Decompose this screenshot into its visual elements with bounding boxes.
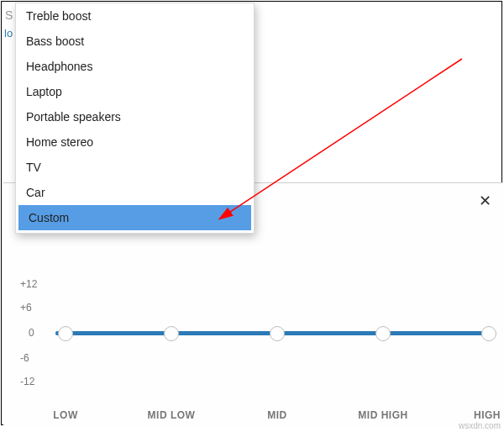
eq-slider-midhigh[interactable] xyxy=(375,326,391,341)
preset-item-treble-boost[interactable]: Treble boost xyxy=(16,3,254,29)
band-label: HIGH xyxy=(474,409,501,421)
eq-slider-low[interactable] xyxy=(58,326,73,341)
equalizer-chart: +12 +6 0 -6 -12 LOW MID LOW MID MID HIGH… xyxy=(8,276,498,423)
band-label: LOW xyxy=(53,409,78,421)
preset-label: Portable speakers xyxy=(26,110,121,124)
band-label: MID xyxy=(267,409,287,421)
preset-label: Custom xyxy=(29,211,69,224)
preset-label: Bass boost xyxy=(26,34,84,48)
eq-slider-high[interactable] xyxy=(481,326,496,341)
preset-label: Home stereo xyxy=(26,135,93,149)
window-frame: S lo ✕ +12 +6 0 -6 -12 LOW MID LOW MID M… xyxy=(1,1,502,425)
preset-item-home-stereo[interactable]: Home stereo xyxy=(16,129,254,155)
y-tick-label: -6 xyxy=(20,352,29,364)
preset-item-portable-speakers[interactable]: Portable speakers xyxy=(16,104,254,129)
band-label: MID HIGH xyxy=(358,409,407,421)
y-tick-label: +12 xyxy=(20,278,37,290)
preset-item-bass-boost[interactable]: Bass boost xyxy=(16,29,254,54)
preset-label: TV xyxy=(26,161,41,174)
eq-slider-midlow[interactable] xyxy=(164,326,179,341)
watermark: wsxdn.com xyxy=(459,421,501,430)
eq-slider-mid[interactable] xyxy=(270,326,285,341)
truncated-link-fragment: lo xyxy=(4,27,13,40)
preset-item-car[interactable]: Car xyxy=(16,180,254,205)
preset-item-tv[interactable]: TV xyxy=(16,155,254,180)
y-tick-label: -12 xyxy=(20,376,34,387)
preset-dropdown[interactable]: Treble boost Bass boost Headphones Lapto… xyxy=(15,3,255,234)
close-icon[interactable]: ✕ xyxy=(479,193,491,208)
preset-item-custom[interactable]: Custom xyxy=(18,205,251,230)
preset-item-headphones[interactable]: Headphones xyxy=(16,54,254,79)
preset-item-laptop[interactable]: Laptop xyxy=(16,79,254,104)
preset-label: Treble boost xyxy=(26,9,91,23)
preset-label: Car xyxy=(26,186,45,199)
truncated-letter: S xyxy=(5,8,13,22)
y-tick-label: +6 xyxy=(20,302,32,313)
band-label: MID LOW xyxy=(148,409,196,421)
preset-label: Laptop xyxy=(26,85,62,98)
y-tick-label: 0 xyxy=(29,327,34,339)
preset-label: Headphones xyxy=(26,60,92,73)
